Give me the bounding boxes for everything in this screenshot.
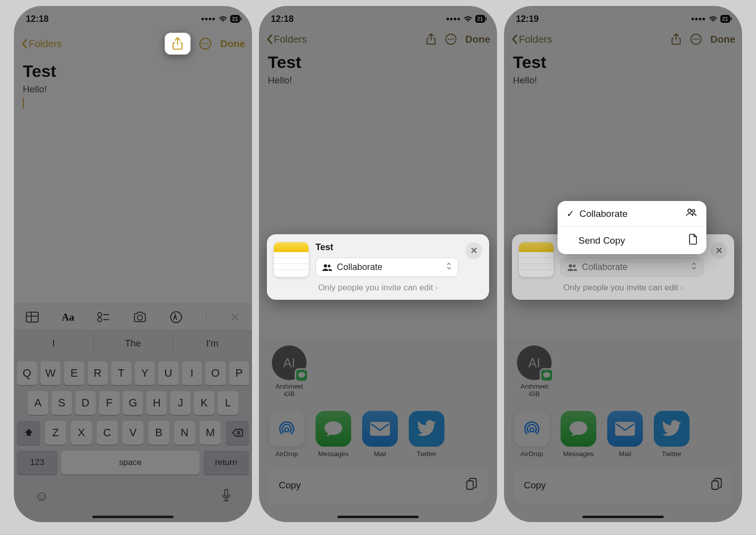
updown-icon [446,262,452,273]
share-contact[interactable]: AI Arshmeet iGB [269,345,310,398]
svg-point-1 [202,43,203,44]
text-cursor [23,98,24,109]
suggestion-2[interactable]: The [93,331,173,356]
checklist-icon[interactable] [97,311,110,323]
contact-name: Arshmeet iGB [275,383,303,398]
svg-point-6 [98,318,102,322]
svg-rect-22 [615,422,635,436]
battery-icon: 21 [230,15,240,23]
more-button[interactable] [198,37,212,51]
status-time: 12:18 [26,14,49,24]
permissions-row[interactable]: Only people you invite can edit› [274,283,482,293]
close-button[interactable]: ✕ [465,242,482,259]
svg-point-2 [204,43,206,44]
keyboard[interactable]: QWERTYUIOP ASDFGHJKL ZXCVBNM 123 space r… [14,356,252,522]
note-body[interactable]: Test Hello! [14,59,252,114]
text-format-icon[interactable]: Aa [62,311,74,324]
status-right: •••• 21 [201,14,240,24]
avatar: AI [272,345,307,380]
share-sheet-lower: AI Arshmeet iGB AirDrop Messages Mail Tw… [259,338,497,522]
collaborate-selector[interactable]: Collaborate [561,258,703,277]
wifi-icon [218,15,228,22]
svg-rect-15 [370,422,390,436]
more-icon [198,37,212,51]
backspace-key[interactable] [226,421,249,445]
dictation-key[interactable] [221,488,231,504]
format-toolbar: Aa | ✕ [14,304,252,331]
check-icon: ✓ [567,208,574,219]
phone-panel-3: 12:19 •••• 21 Folders Done TestHello! . … [504,6,742,522]
close-button[interactable]: ✕ [710,242,727,259]
markup-icon[interactable] [170,311,183,324]
share-icon [172,37,184,51]
return-key[interactable]: return [203,451,250,474]
app-airdrop[interactable]: AirDrop [269,411,305,458]
note-thumbnail [274,242,309,277]
status-bar: 12:18 •••• 21 [14,6,252,28]
keyboard-suggestions: I The I'm [14,331,252,356]
done-button[interactable]: Done [220,38,245,50]
app-mail[interactable]: Mail [362,411,398,458]
popup-send-copy[interactable]: Send Copy [558,226,706,254]
svg-point-7 [137,315,142,320]
camera-icon[interactable] [132,311,147,323]
cellular-dots-icon: •••• [201,14,216,24]
shift-key[interactable] [17,421,40,445]
share-button[interactable] [165,33,190,55]
people-icon [686,208,697,219]
app-twitter[interactable]: Twitter [409,411,444,458]
share-sheet-header: Test Collaborate ✕ Only people you invit… [267,234,489,300]
numbers-key[interactable]: 123 [17,451,58,474]
nav-bar: Folders Done [14,28,252,59]
chevron-left-icon [21,38,28,49]
svg-rect-4 [26,312,38,322]
svg-rect-9 [225,489,228,496]
home-indicator[interactable] [337,516,419,518]
app-messages[interactable]: Messages [315,411,351,458]
copy-icon [465,477,477,494]
note-text: Hello! [23,84,243,95]
suggestion-3[interactable]: I'm [173,331,252,356]
messages-badge-icon [295,368,309,382]
back-button[interactable]: Folders [21,38,62,50]
phone-panel-2: 12:18 •••• 21 Folders Done TestHello! Te… [259,6,497,522]
share-title: Test [315,242,458,253]
copy-action[interactable]: Copy [269,468,487,503]
dismiss-keyboard-icon[interactable]: ✕ [230,310,241,325]
svg-point-3 [207,43,208,44]
share-mode-popup: ✓Collaborate Send Copy [558,201,706,254]
home-indicator[interactable] [92,516,174,518]
people-icon [322,264,333,271]
popup-collaborate[interactable]: ✓Collaborate [558,201,706,226]
document-icon [689,234,697,247]
share-sheet-lower: AI Arshmeet iGB AirDrop Messages Mail Tw… [504,338,742,522]
collaborate-selector[interactable]: Collaborate [315,258,458,277]
table-icon[interactable] [25,311,39,323]
svg-point-5 [98,313,102,317]
note-title: Test [23,62,243,81]
svg-rect-16 [467,481,473,489]
svg-rect-23 [712,481,718,489]
share-contact[interactable]: AI Arshmeet iGB [514,345,555,398]
toolbar-separator: | [205,313,207,322]
space-key[interactable]: space [62,451,199,474]
phone-panel-1: 12:18 •••• 21 Folders Done Test [14,6,252,522]
emoji-key[interactable]: ☺ [35,488,49,504]
svg-point-14 [285,428,289,432]
svg-point-21 [530,428,534,432]
back-label: Folders [29,38,62,50]
suggestion-1[interactable]: I [14,331,93,356]
share-apps-row: AirDrop Messages Mail Twitter [269,411,487,458]
